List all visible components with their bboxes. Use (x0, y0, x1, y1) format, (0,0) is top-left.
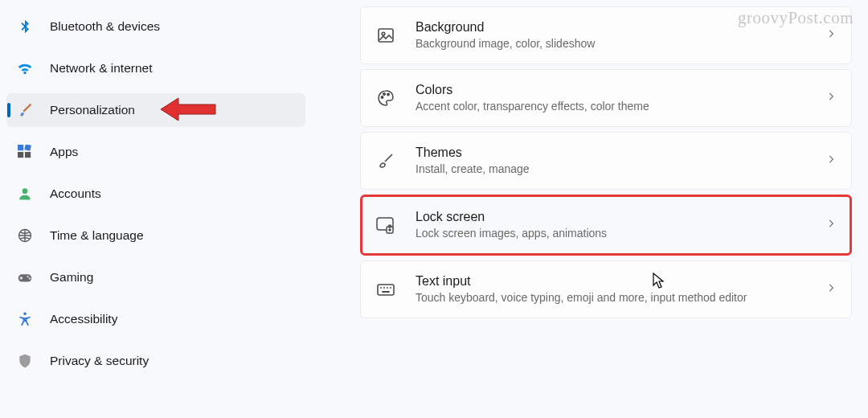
card-subtitle: Install, create, manage (416, 162, 825, 176)
paintbrush-icon (16, 101, 34, 119)
card-title: Background (416, 20, 825, 35)
card-subtitle: Lock screen images, apps, animations (416, 226, 825, 240)
settings-sidebar: Bluetooth & devices Network & internet P… (0, 0, 315, 418)
sidebar-item-network[interactable]: Network & internet (6, 51, 305, 85)
card-subtitle: Touch keyboard, voice typing, emoji and … (416, 290, 825, 305)
person-icon (16, 185, 34, 203)
palette-icon (375, 88, 396, 109)
chevron-right-icon (825, 282, 837, 297)
card-text: Lock screen Lock screen images, apps, an… (416, 210, 825, 240)
card-lock-screen[interactable]: Lock screen Lock screen images, apps, an… (360, 195, 852, 256)
sidebar-label: Gaming (50, 270, 93, 285)
chevron-right-icon (825, 91, 837, 105)
svg-point-8 (29, 277, 31, 279)
svg-rect-20 (378, 285, 394, 295)
image-icon (375, 25, 396, 46)
sidebar-item-accessibility[interactable]: Accessibility (6, 302, 305, 336)
card-subtitle: Accent color, transparency effects, colo… (416, 99, 825, 113)
card-text: Themes Install, create, manage (416, 145, 825, 176)
sidebar-item-accounts[interactable]: Accounts (6, 177, 305, 211)
svg-rect-1 (24, 145, 31, 151)
sidebar-label: Privacy & security (50, 354, 149, 368)
svg-rect-11 (379, 29, 393, 42)
sidebar-label: Bluetooth & devices (50, 19, 160, 34)
svg-point-19 (389, 229, 391, 231)
svg-rect-3 (25, 152, 31, 158)
settings-content: Background Background image, color, slid… (315, 0, 868, 418)
svg-point-9 (23, 313, 27, 316)
card-title: Text input (416, 274, 825, 289)
card-title: Lock screen (416, 210, 825, 224)
svg-point-7 (27, 276, 28, 277)
card-text-input[interactable]: Text input Touch keyboard, voice typing,… (360, 260, 852, 318)
chevron-right-icon (825, 154, 837, 168)
svg-point-14 (383, 93, 385, 95)
sidebar-item-personalization[interactable]: Personalization (6, 93, 305, 127)
card-text: Text input Touch keyboard, voice typing,… (416, 274, 825, 305)
card-text: Background Background image, color, slid… (416, 20, 825, 51)
sidebar-label: Network & internet (50, 61, 153, 76)
svg-rect-2 (18, 152, 23, 158)
card-subtitle: Background image, color, slideshow (416, 36, 825, 51)
keyboard-icon (375, 279, 396, 300)
card-text: Colors Accent color, transparency effect… (416, 83, 825, 113)
card-background[interactable]: Background Background image, color, slid… (360, 6, 852, 64)
sidebar-label: Time & language (50, 228, 144, 243)
lockscreen-icon (375, 215, 396, 236)
sidebar-item-gaming[interactable]: Gaming (6, 260, 305, 294)
svg-point-12 (382, 32, 385, 35)
sidebar-item-time-language[interactable]: Time & language (6, 219, 305, 252)
apps-icon (16, 143, 34, 161)
gamepad-icon (16, 268, 34, 286)
wifi-icon (16, 59, 34, 77)
clock-globe-icon (16, 227, 34, 244)
svg-rect-0 (18, 145, 23, 150)
bluetooth-icon (16, 18, 34, 35)
card-themes[interactable]: Themes Install, create, manage (360, 132, 852, 190)
sidebar-label: Accounts (50, 186, 101, 201)
svg-point-15 (387, 93, 389, 95)
chevron-right-icon (825, 28, 837, 43)
sidebar-item-privacy-security[interactable]: Privacy & security (6, 344, 305, 378)
card-title: Colors (416, 83, 825, 97)
svg-point-4 (23, 188, 28, 194)
brush-icon (375, 150, 396, 171)
card-title: Themes (416, 145, 825, 160)
accessibility-icon (16, 310, 34, 328)
svg-point-13 (381, 96, 383, 98)
sidebar-item-bluetooth[interactable]: Bluetooth & devices (6, 10, 305, 43)
sidebar-item-apps[interactable]: Apps (6, 135, 305, 169)
sidebar-label: Apps (50, 145, 78, 159)
card-colors[interactable]: Colors Accent color, transparency effect… (360, 69, 852, 127)
shield-icon (16, 352, 34, 370)
sidebar-label: Accessibility (50, 312, 117, 326)
chevron-right-icon (825, 218, 837, 232)
sidebar-label: Personalization (50, 103, 135, 117)
